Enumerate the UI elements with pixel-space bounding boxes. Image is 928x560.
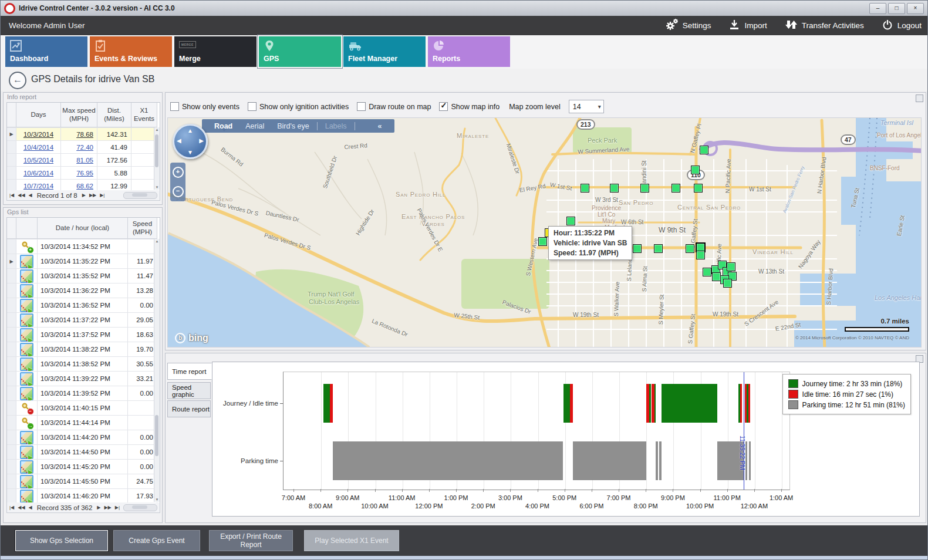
- footer-button-export-print-route-report[interactable]: Export / Print Route Report: [209, 530, 293, 551]
- checkbox-draw-route-on-map[interactable]: Draw route on map: [357, 102, 431, 111]
- gps-marker[interactable]: [640, 184, 649, 193]
- unchecked-checkbox-icon[interactable]: [248, 102, 257, 111]
- gps-row[interactable]: 10/3/2014 11:36:22 PM13.28: [7, 284, 160, 298]
- pager-fastback-icon[interactable]: ◀◀: [18, 505, 25, 510]
- pager-next-icon[interactable]: ▶: [82, 193, 86, 198]
- column-header[interactable]: Speed (MPH): [128, 218, 157, 239]
- pager-h-scrollbar[interactable]: [123, 192, 157, 199]
- menu-action-logout[interactable]: Logout: [882, 19, 922, 32]
- pager-h-thumb[interactable]: [132, 193, 147, 197]
- gps-row[interactable]: 10/3/2014 11:45:20 PM0.00: [7, 460, 160, 474]
- menu-action-transfer-activities[interactable]: Transfer Activities: [785, 19, 864, 32]
- pager-fastfwd-icon[interactable]: ▶▶: [104, 505, 111, 510]
- map-style-road[interactable]: Road: [208, 122, 239, 130]
- gps-marker[interactable]: [671, 184, 680, 193]
- gps-row[interactable]: 10/3/2014 11:37:22 PM29.05: [7, 313, 160, 328]
- bing-map[interactable]: MiralesteMiraleste DrCrest RdBurma RdSou…: [167, 117, 922, 348]
- table-row[interactable]: 10/5/201481.05172.56: [7, 154, 160, 167]
- chart-tab-route-report[interactable]: Route report: [167, 400, 211, 417]
- gps-marker[interactable]: [727, 262, 735, 271]
- gps-marker[interactable]: [696, 251, 705, 259]
- gps-marker[interactable]: [723, 279, 732, 288]
- checkbox-show-only-events[interactable]: Show only events: [170, 102, 239, 111]
- max-speed-cell[interactable]: 76.95: [61, 167, 97, 179]
- gps-row[interactable]: 10/3/2014 11:44:50 PM0.00: [7, 445, 160, 460]
- unchecked-checkbox-icon[interactable]: [357, 102, 366, 111]
- gps-vertical-scrollbar[interactable]: ▲▼: [154, 239, 160, 502]
- gps-row[interactable]: 10/3/2014 11:46:20 PM17.93: [7, 489, 160, 504]
- tab-events-reviews[interactable]: Events & Reviews: [90, 36, 172, 67]
- pager-first-icon[interactable]: |◀: [9, 505, 14, 510]
- map-zoom-out-icon[interactable]: −: [173, 186, 184, 197]
- chart-tab-speed-graphic[interactable]: Speed graphic: [167, 382, 211, 399]
- day-link[interactable]: 10/5/2014: [23, 157, 53, 164]
- map-zoom-level-select[interactable]: 14: [569, 100, 604, 113]
- scroll-thumb[interactable]: [155, 134, 158, 167]
- column-header[interactable]: Dist. (Miles): [97, 103, 131, 127]
- gps-marker[interactable]: [712, 272, 721, 281]
- gps-marker[interactable]: [694, 184, 703, 193]
- pager-last-icon[interactable]: ▶|: [100, 193, 104, 198]
- map-style-bird-s-eye[interactable]: Bird's eye: [271, 122, 316, 130]
- day-link[interactable]: 10/7/2014: [23, 183, 53, 190]
- gps-marker[interactable]: [703, 268, 711, 276]
- gps-row[interactable]: 10/3/2014 11:38:52 PM30.55: [7, 357, 160, 372]
- scroll-down-icon[interactable]: ▼: [154, 185, 160, 189]
- days-cell[interactable]: 10/5/2014: [16, 154, 61, 166]
- days-cell[interactable]: 10/4/2014: [16, 141, 61, 153]
- map-nav-collapse-icon[interactable]: «: [372, 122, 389, 130]
- column-header[interactable]: Days: [16, 103, 61, 127]
- max-speed-link[interactable]: 68.62: [76, 183, 93, 190]
- pager-h-thumb[interactable]: [132, 505, 147, 509]
- pager-first-icon[interactable]: |◀: [9, 193, 14, 198]
- gps-marker[interactable]: [581, 184, 589, 193]
- tab-dashboard[interactable]: Dashboard: [5, 36, 87, 67]
- gps-marker[interactable]: [686, 244, 694, 253]
- map-zoom-in-icon[interactable]: +: [173, 167, 184, 178]
- unchecked-checkbox-icon[interactable]: [170, 102, 179, 111]
- gps-marker[interactable]: [538, 237, 547, 246]
- gps-marker[interactable]: [566, 217, 575, 225]
- map-style-aerial[interactable]: Aerial: [239, 122, 271, 130]
- close-button[interactable]: ×: [907, 3, 924, 14]
- day-link[interactable]: 10/3/2014: [23, 131, 53, 138]
- day-link[interactable]: 10/4/2014: [23, 144, 53, 151]
- gps-row[interactable]: +10/3/2014 11:34:52 PM: [7, 239, 160, 254]
- gps-marker[interactable]: [691, 166, 700, 174]
- pager-prev-icon[interactable]: ◀: [29, 505, 32, 510]
- pager-h-scrollbar[interactable]: [123, 504, 157, 511]
- gps-row[interactable]: 10/3/2014 11:39:22 PM33.21: [7, 372, 160, 386]
- day-link[interactable]: 10/6/2014: [23, 170, 53, 177]
- gps-row[interactable]: 10/3/2014 11:36:52 PM0.00: [7, 298, 160, 313]
- max-speed-link[interactable]: 78.68: [76, 131, 93, 138]
- tab-merge[interactable]: MERGEMerge: [174, 36, 257, 67]
- column-header[interactable]: Max speed (MPH): [61, 103, 97, 127]
- footer-button-create-gps-event[interactable]: Create Gps Event: [113, 530, 200, 551]
- footer-button-show-gps-selection[interactable]: Show Gps Selection: [15, 530, 108, 551]
- gps-row[interactable]: −10/3/2014 11:40:15 PM: [7, 401, 160, 416]
- pager-prev-icon[interactable]: ◀: [29, 193, 32, 198]
- scroll-up-icon[interactable]: ▲: [154, 128, 160, 131]
- max-speed-cell[interactable]: 81.05: [61, 154, 97, 166]
- gps-row[interactable]: 10/3/2014 11:35:52 PM11.47: [7, 269, 160, 284]
- column-header[interactable]: Date / hour (local): [38, 218, 128, 239]
- menu-action-import[interactable]: Import: [728, 19, 767, 32]
- pager-last-icon[interactable]: ▶|: [115, 505, 120, 510]
- checked-checkbox-icon[interactable]: [439, 102, 448, 111]
- gps-row[interactable]: 10/3/2014 11:39:52 PM0.00: [7, 386, 160, 401]
- max-speed-link[interactable]: 81.05: [76, 157, 93, 164]
- days-cell[interactable]: 10/6/2014: [16, 167, 61, 179]
- info-vertical-scrollbar[interactable]: ▲▼: [154, 127, 160, 190]
- tab-fleet-manager[interactable]: Fleet Manager: [343, 36, 426, 67]
- gps-marker[interactable]: [654, 244, 663, 253]
- pager-next-icon[interactable]: ▶: [97, 505, 100, 510]
- gps-row[interactable]: 10/3/2014 11:45:50 PM24.75: [7, 474, 160, 489]
- scroll-thumb[interactable]: [155, 415, 158, 456]
- table-row[interactable]: 10/6/201476.955.88: [7, 167, 160, 180]
- gps-row[interactable]: →10/3/2014 11:44:14 PM: [7, 416, 160, 430]
- map-panel-maximize-icon[interactable]: [916, 95, 923, 102]
- table-row[interactable]: ▶10/3/201478.68142.31: [7, 128, 160, 141]
- pager-fastback-icon[interactable]: ◀◀: [18, 193, 25, 198]
- gps-marker[interactable]: [700, 146, 708, 154]
- tab-reports[interactable]: Reports: [428, 36, 510, 67]
